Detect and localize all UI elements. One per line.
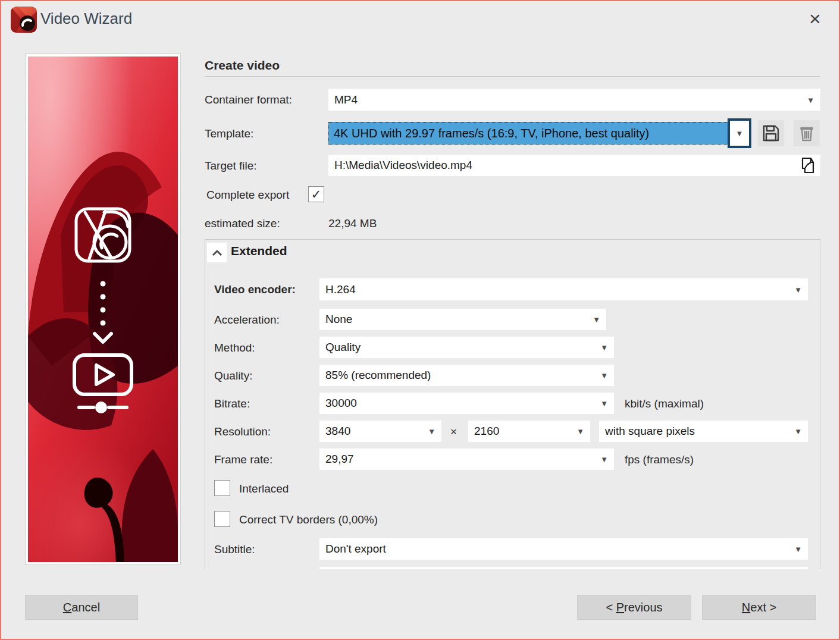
- method-select[interactable]: Quality ▼: [319, 337, 614, 358]
- frame-rate-label: Frame rate:: [214, 453, 272, 466]
- tv-borders-checkbox[interactable]: [214, 511, 230, 527]
- preview-artwork-panel: [25, 54, 181, 565]
- previous-button[interactable]: < Previous: [577, 595, 691, 620]
- delete-template-button[interactable]: [794, 120, 820, 146]
- collapse-extended-button[interactable]: [207, 243, 227, 262]
- video-encoder-select[interactable]: H.264 ▼: [319, 278, 808, 300]
- tv-borders-label: Correct TV borders (0,00%): [239, 513, 378, 526]
- bitrate-label: Bitrate:: [214, 397, 250, 410]
- estimated-size-label: estimated size:: [205, 217, 280, 230]
- method-value: Quality: [325, 341, 361, 354]
- container-format-select[interactable]: MP4 ▼: [328, 89, 820, 111]
- acceleration-label: Acceleration:: [214, 313, 280, 327]
- next-button[interactable]: Next >: [702, 595, 816, 620]
- frame-rate-unit: fps (frames/s): [625, 453, 694, 466]
- cancel-button[interactable]: Cancel: [25, 595, 138, 620]
- template-value: 4K UHD with 29.97 frames/s (16:9, TV, iP…: [334, 127, 649, 140]
- container-format-value: MP4: [334, 93, 358, 106]
- video-encoder-value: H.264: [325, 283, 356, 296]
- next-accesskey: N: [742, 601, 750, 614]
- previous-accesskey: P: [616, 601, 624, 614]
- quality-select[interactable]: 85% (recommended) ▼: [319, 365, 614, 386]
- chevron-down-icon: ▼: [600, 343, 608, 352]
- flower-image: [28, 57, 178, 562]
- titlebar: Video Wizard ×: [1, 1, 839, 38]
- previous-prefix: <: [606, 601, 616, 614]
- chevron-down-icon: ▼: [593, 315, 600, 324]
- pixel-mode-select[interactable]: with square pixels ▼: [599, 421, 808, 442]
- previous-suffix: revious: [624, 601, 662, 614]
- window-title: Video Wizard: [40, 10, 132, 28]
- complete-export-checkbox[interactable]: ✓: [308, 186, 324, 202]
- subtitle-select[interactable]: Don't export ▼: [319, 538, 808, 560]
- next-suffix: ext >: [750, 601, 776, 614]
- chevron-down-icon: ▼: [600, 371, 608, 380]
- extended-title: Extended: [231, 244, 287, 258]
- chevron-down-icon: ▼: [576, 427, 584, 436]
- chevron-down-icon: ▼: [736, 129, 744, 138]
- template-label: Template:: [205, 127, 253, 140]
- trash-icon: [798, 124, 816, 142]
- chevron-up-icon: [212, 249, 222, 256]
- acceleration-select[interactable]: None ▼: [319, 309, 606, 330]
- method-label: Method:: [214, 341, 255, 354]
- acceleration-value: None: [325, 313, 352, 326]
- interlaced-label: Interlaced: [239, 482, 289, 495]
- video-wizard-dialog: Video Wizard ×: [0, 0, 840, 640]
- chevron-down-icon: ▼: [794, 545, 802, 554]
- target-file-value: H:\Media\Videos\video.mp4: [334, 159, 472, 172]
- complete-export-label: Complete export: [206, 189, 289, 202]
- close-icon[interactable]: ×: [804, 8, 826, 30]
- chevron-down-icon: ▼: [794, 285, 802, 294]
- frame-rate-value: 29,97: [325, 453, 354, 466]
- chevron-down-icon: ▼: [807, 95, 814, 104]
- target-file-label: Target file:: [205, 159, 257, 172]
- target-file-input[interactable]: H:\Media\Videos\video.mp4: [328, 155, 820, 176]
- bitrate-unit: kbit/s (maximal): [625, 397, 704, 410]
- page-title: Create video: [205, 58, 280, 73]
- chevron-down-icon: ▼: [600, 399, 608, 408]
- checkmark-icon: ✓: [311, 187, 322, 201]
- resolution-width-select[interactable]: 3840 ▼: [319, 421, 441, 442]
- estimated-size-value: 22,94 MB: [328, 217, 377, 230]
- quality-label: Quality:: [214, 369, 252, 382]
- template-dropdown-button[interactable]: ▼: [728, 118, 751, 148]
- clipped-next-control: [319, 567, 808, 569]
- chevron-down-icon: ▼: [794, 427, 802, 436]
- resolution-height-value: 2160: [474, 425, 499, 438]
- subtitle-label: Subtitle:: [214, 543, 255, 556]
- section-divider: [205, 76, 820, 77]
- video-encoder-label: Video encoder:: [214, 283, 296, 296]
- cancel-suffix: ancel: [71, 601, 100, 614]
- subtitle-value: Don't export: [325, 542, 386, 556]
- chevron-down-icon: ▼: [600, 455, 608, 464]
- resolution-height-select[interactable]: 2160 ▼: [468, 421, 590, 442]
- bitrate-select[interactable]: 30000 ▼: [319, 393, 614, 414]
- app-logo-icon: [11, 7, 37, 33]
- interlaced-checkbox[interactable]: [214, 480, 230, 496]
- chevron-down-icon: ▼: [428, 427, 435, 436]
- quality-value: 85% (recommended): [325, 369, 431, 382]
- cancel-accesskey: C: [63, 601, 71, 614]
- save-template-button[interactable]: [758, 120, 784, 146]
- template-select[interactable]: 4K UHD with 29.97 frames/s (16:9, TV, iP…: [328, 122, 728, 145]
- pixel-mode-value: with square pixels: [605, 425, 695, 438]
- save-icon: [762, 124, 780, 142]
- resolution-separator: ×: [450, 425, 457, 438]
- frame-rate-select[interactable]: 29,97 ▼: [319, 448, 614, 470]
- container-format-label: Container format:: [205, 93, 292, 106]
- resolution-width-value: 3840: [325, 425, 350, 438]
- browse-file-icon[interactable]: [799, 156, 817, 174]
- bitrate-value: 30000: [325, 397, 357, 410]
- resolution-label: Resolution:: [214, 425, 271, 438]
